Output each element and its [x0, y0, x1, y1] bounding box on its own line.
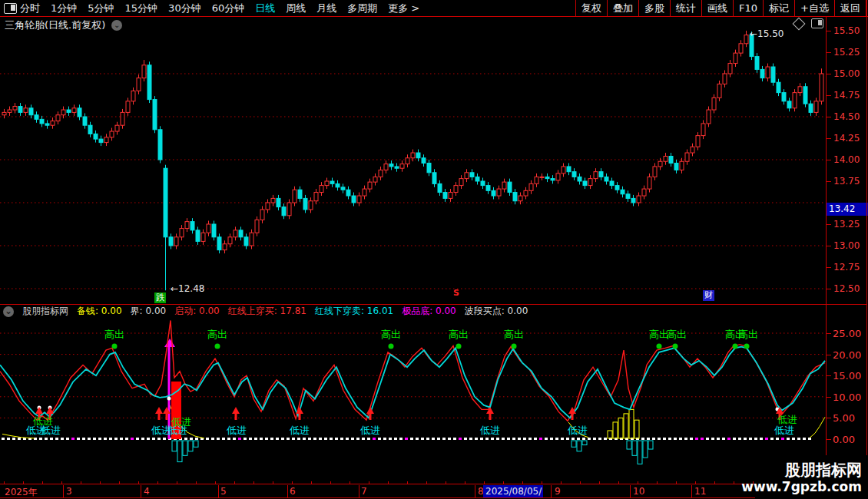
zero-line-dash [340, 438, 343, 440]
price-axis-label: 13.25 [833, 219, 860, 230]
price-tick [827, 267, 831, 268]
zero-line-dash [561, 438, 564, 440]
candle-body [454, 186, 458, 193]
candle-body [185, 222, 189, 229]
indicator-header: ⌄ 股朋指标网备钱: 0.00界: 0.00启动: 0.00红线上穿买: 17.… [3, 306, 528, 317]
candle-body [621, 190, 624, 194]
candle-body [535, 177, 538, 183]
indicator-chevron-icon[interactable]: ⌄ [3, 306, 14, 317]
zero-line-dash [222, 438, 225, 440]
candle-body [56, 115, 60, 121]
current-price-box: 13.42 [827, 203, 868, 216]
candle-body [680, 161, 684, 170]
zero-line-dash [394, 438, 397, 440]
sell-signal-dot [657, 344, 662, 349]
yellow-bar [618, 418, 623, 438]
candle-body [18, 107, 22, 113]
sell-label: 高出 [667, 328, 687, 342]
price-axis-label: 13.00 [833, 240, 860, 251]
zero-line-dash [276, 438, 279, 440]
zero-line-dash [356, 438, 359, 440]
zero-line-dash [405, 438, 408, 440]
candle-body [174, 237, 178, 246]
candle-body [293, 190, 297, 203]
candle-body [712, 97, 716, 110]
zero-line-dash [184, 438, 187, 440]
candle-body [212, 224, 216, 237]
zero-line-dash [539, 438, 542, 440]
sell-label: 高出 [381, 328, 401, 342]
indicator-axis-label: 20.00 [833, 349, 861, 360]
zero-line-dash [776, 438, 779, 440]
candle-body [373, 177, 377, 182]
price-axis-label: 14.25 [833, 133, 860, 144]
price-axis-label: 12.75 [833, 262, 860, 273]
buy-label: 低进 [290, 424, 310, 438]
candle-body [234, 230, 237, 237]
indicator-axis-label: 15.00 [833, 370, 861, 382]
indicator-tick [827, 439, 831, 440]
candle-body [631, 198, 635, 203]
indicator-header-item: 波段买点: 0.00 [465, 305, 528, 318]
candle-body [196, 230, 200, 242]
zero-line-dash [265, 438, 268, 440]
candle-body [777, 82, 780, 92]
zero-line-dash [808, 438, 811, 440]
price-tick [827, 160, 831, 160]
zero-line-dash [781, 438, 784, 440]
candle-body [427, 163, 431, 172]
date-separator [691, 485, 692, 497]
zero-line-dash [679, 438, 682, 440]
zero-line-dash [416, 438, 419, 440]
candle-body [432, 173, 436, 184]
zero-line-dash [803, 438, 806, 440]
zero-line-dash [754, 438, 757, 440]
candle-body [438, 183, 442, 192]
zero-line-dash [469, 438, 472, 440]
candle-body [599, 172, 603, 177]
candle-body [277, 198, 280, 207]
candle-body [728, 64, 732, 74]
candle-body [298, 190, 302, 198]
candle-body [707, 110, 711, 124]
axis-divider-vertical [826, 17, 827, 497]
zero-line-dash [448, 438, 451, 440]
zero-line-dash [491, 438, 494, 440]
candle-body [8, 110, 12, 112]
sell-signal-dot [112, 344, 118, 349]
zero-line-dash [711, 438, 714, 440]
zero-line-dash [523, 438, 526, 440]
zero-line-dash [330, 438, 333, 440]
candle-body [771, 67, 775, 82]
indicator-axis-label: 5.00 [833, 412, 855, 424]
candle-body [760, 69, 764, 78]
zero-line-dash [233, 438, 236, 440]
buy-label: 低进 [774, 424, 794, 438]
zero-line-dash [313, 438, 316, 440]
zero-line-dash [652, 438, 655, 440]
zero-line-dash [367, 438, 370, 440]
zero-line-dash [2, 438, 5, 440]
zero-line-dash [593, 438, 596, 440]
candle-body [239, 230, 243, 237]
indicator-axis-label: 10.00 [833, 391, 861, 402]
candle-body [153, 100, 157, 130]
candle-body [422, 158, 426, 164]
price-axis-label: 13.75 [833, 176, 860, 187]
zero-line-dash [760, 438, 763, 440]
main-chart[interactable] [0, 0, 868, 499]
zero-line-dash [528, 438, 532, 440]
candle-body [723, 74, 727, 84]
candle-body [492, 190, 495, 196]
zero-line-dash [738, 438, 741, 440]
date-month-label: 7 [361, 486, 367, 497]
price-tick [827, 181, 831, 182]
zero-line-dash [442, 438, 446, 440]
candle-body [540, 177, 544, 177]
zero-line-dash [319, 438, 322, 440]
indicator-tick [827, 418, 831, 418]
buy-label: 低进 [227, 424, 247, 438]
candle-body [137, 78, 141, 91]
zero-line-dash [496, 438, 499, 440]
candle-body [529, 183, 533, 190]
